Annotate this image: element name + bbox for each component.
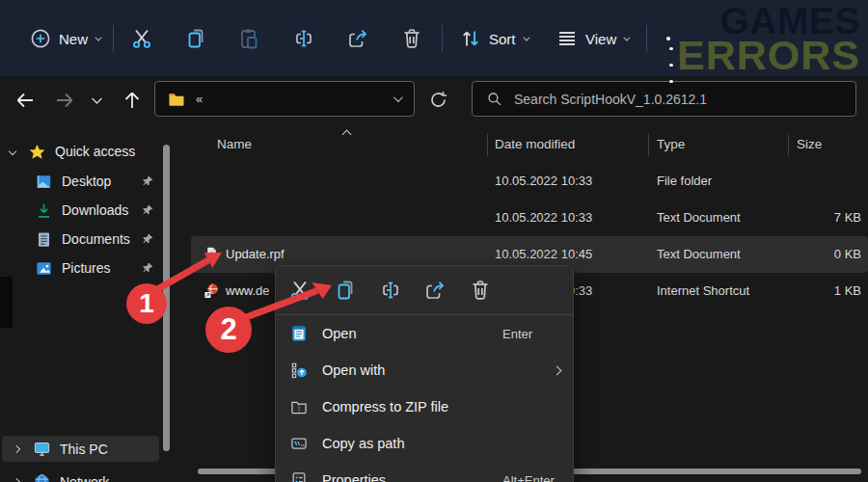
search-input[interactable] <box>514 92 832 107</box>
monitor-icon <box>33 440 51 458</box>
delete-button[interactable] <box>400 23 423 54</box>
chevron-down-icon[interactable] <box>9 147 16 155</box>
file-row[interactable]: 10.05.2022 10:33 File folder <box>191 163 868 200</box>
file-size: 7 KB <box>770 210 861 225</box>
chevron-right-icon[interactable] <box>13 477 20 482</box>
open-notepad-icon <box>289 324 309 343</box>
download-icon <box>35 201 53 220</box>
column-header-type[interactable]: Type <box>657 137 685 151</box>
network-label: Network <box>60 474 109 482</box>
up-button[interactable] <box>121 89 144 112</box>
pin-icon <box>141 174 154 188</box>
trash-icon <box>400 27 423 50</box>
chevron-down-icon <box>95 34 101 40</box>
sidebar-item-label: Downloads <box>62 202 128 218</box>
cut-icon <box>130 27 153 50</box>
document-icon <box>35 230 53 249</box>
share-button[interactable] <box>346 23 369 54</box>
submenu-chevron-icon <box>553 365 562 375</box>
menu-item-copy-as-path[interactable]: Copy as path <box>276 425 573 462</box>
menu-item-properties[interactable]: Properties Alt+Enter <box>276 462 573 482</box>
chevron-right-icon[interactable] <box>13 444 20 452</box>
address-bar[interactable]: « <box>154 81 415 117</box>
star-icon <box>28 143 46 161</box>
menu-item-open-with[interactable]: Open with <box>276 352 573 388</box>
rename-button[interactable] <box>379 279 402 302</box>
file-size: 1 KB <box>770 283 861 298</box>
sidebar-item-downloads[interactable]: Downloads <box>0 196 162 225</box>
search-box[interactable] <box>472 81 856 117</box>
file-name: Update.rpf <box>226 247 285 261</box>
sidebar-scrollbar[interactable] <box>163 145 170 451</box>
sidebar-item-documents[interactable]: Documents <box>0 225 162 254</box>
sidebar-item-pictures[interactable]: Pictures <box>0 254 162 282</box>
file-type: File folder <box>657 174 712 188</box>
column-divider[interactable] <box>487 133 488 156</box>
quick-access-label: Quick access <box>55 144 135 159</box>
ellipsis-icon <box>666 37 670 40</box>
sidebar-item-label: Pictures <box>62 260 111 276</box>
back-arrow-icon <box>14 89 37 112</box>
forward-arrow-icon <box>53 89 76 112</box>
new-button[interactable]: New <box>29 23 99 54</box>
sidebar-item-network[interactable]: Network <box>2 469 159 482</box>
sort-button[interactable]: Sort <box>459 23 528 54</box>
address-dropdown-chevron-icon[interactable] <box>393 93 403 102</box>
globe-icon <box>33 472 51 482</box>
open-with-icon <box>289 361 309 380</box>
share-button[interactable] <box>423 279 447 302</box>
chevron-down-icon <box>624 34 631 40</box>
forward-button[interactable] <box>53 89 76 112</box>
paste-button[interactable] <box>237 23 260 54</box>
column-divider[interactable] <box>788 133 789 156</box>
copy-button[interactable] <box>334 279 357 302</box>
menu-item-open[interactable]: Open Enter <box>276 315 573 352</box>
cut-button[interactable] <box>130 23 153 54</box>
view-button[interactable]: View <box>556 23 628 54</box>
refresh-button[interactable] <box>428 90 448 110</box>
search-icon <box>486 91 502 107</box>
file-row[interactable]: 10.05.2022 10:33 Text Document 7 KB <box>191 200 868 236</box>
cut-button[interactable] <box>288 279 312 302</box>
pin-icon <box>141 232 154 246</box>
sidebar-item-this-pc[interactable]: This PC <box>2 436 159 462</box>
sidebar-item-label: Desktop <box>62 174 111 189</box>
sidebar: Quick access Desktop Downloads Docum <box>0 121 183 482</box>
copy-icon <box>184 27 207 50</box>
column-header-name[interactable]: Name <box>217 137 252 151</box>
share-icon <box>346 27 369 50</box>
menu-shortcut: Enter <box>502 327 532 341</box>
view-icon <box>556 27 579 50</box>
new-button-label: New <box>59 31 88 47</box>
chevron-down-icon <box>89 93 105 109</box>
file-type: Text Document <box>657 210 741 225</box>
rename-button[interactable] <box>292 23 315 54</box>
toolbar-divider <box>442 25 443 52</box>
file-explorer-window: New <box>0 0 868 482</box>
pin-icon <box>141 203 154 217</box>
menu-item-compress-zip[interactable]: Compress to ZIP file <box>276 388 573 425</box>
column-header-size[interactable]: Size <box>797 137 822 151</box>
sort-ascending-icon <box>342 130 352 140</box>
column-header-date[interactable]: Date modified <box>495 137 575 151</box>
screenshot-edge-patch <box>0 277 13 328</box>
file-name: www.de <box>226 283 270 298</box>
recent-locations-button[interactable] <box>89 93 105 109</box>
sidebar-item-desktop[interactable]: Desktop <box>0 167 162 196</box>
chevron-down-icon <box>523 34 529 40</box>
properties-icon <box>289 470 309 482</box>
paste-icon <box>237 27 260 50</box>
column-divider[interactable] <box>648 133 649 156</box>
back-button[interactable] <box>14 89 37 112</box>
column-header-row: Name Date modified Type Size <box>191 129 868 160</box>
breadcrumb-overflow[interactable]: « <box>196 92 203 106</box>
copy-button[interactable] <box>184 23 207 54</box>
menu-item-label: Copy as path <box>322 436 404 451</box>
file-date: 10.05.2022 10:45 <box>495 247 592 261</box>
internet-shortcut-icon <box>203 282 220 299</box>
delete-button[interactable] <box>469 279 492 302</box>
see-more-button[interactable] <box>664 23 673 54</box>
picture-icon <box>35 259 53 278</box>
context-menu: Open Enter Open with Compress to ZIP fil… <box>275 265 574 482</box>
sidebar-item-quick-access[interactable]: Quick access <box>0 137 162 166</box>
